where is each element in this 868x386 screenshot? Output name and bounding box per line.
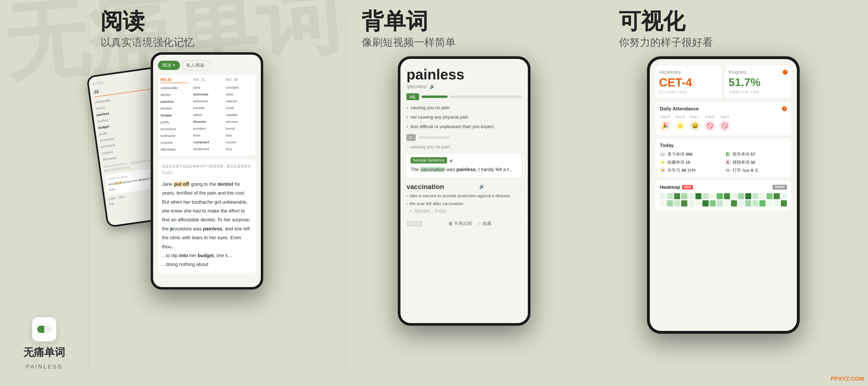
word-col-31: NO. 31 juicedominatewhenevertransferatta… (191, 75, 223, 156)
vocab-definitions-adj: • causing you no pain • not causing any … (406, 103, 522, 131)
today-item-collect: ⭐ 收藏单词 10 (660, 159, 722, 165)
sub-word-section: vaccination 🔊 › • take a vaccine to prov… (406, 180, 522, 214)
reading-phone-main: 阅读 ▼ 私人阅读 › NO.32 unbearabledentistpainl… (151, 52, 263, 290)
vocab-pos-n: n. (406, 134, 522, 141)
pos-strength-bar (422, 95, 448, 98)
progress-help-icon: ? (783, 70, 787, 75)
private-reading-btn[interactable]: 私人阅读 › (182, 60, 210, 70)
reading-title: 阅读 (100, 10, 194, 32)
day-aug6: Aug 6 🚫 (705, 115, 715, 131)
stats-phone-screen: Vocabulary › CET-4 共计 6,085 个单词 Progress… (650, 59, 797, 331)
reading-text-area: 阅读文章基于你的近期单词学习进度匹配，建议反复阅读强化记忆。 Jane put … (158, 160, 256, 273)
sample-text: The vaccination was painless, I hardly f… (410, 166, 518, 174)
today-item-remove: 🗑 移除单词 32 (725, 159, 787, 165)
today-title: Today (660, 143, 787, 148)
vocab-header: 背单词 像刷短视频一样简单 (362, 10, 456, 50)
pos-bar-empty (450, 95, 522, 98)
vocab-word: painless (406, 66, 522, 83)
vocab-pos: adj. (406, 93, 522, 100)
vocab-title: 背单词 (362, 10, 456, 32)
reading-phone-screen: 阅读 ▼ 私人阅读 › NO.32 unbearabledentistpainl… (153, 55, 261, 287)
brand-section: 无痛单词 PAINLESS (0, 0, 88, 386)
day-aug5: Aug 5 🚫 (719, 115, 730, 131)
reading-header: 阅读 以真实语境强化记忆 (100, 10, 194, 50)
vocab-subtitle: 像刷短视频一样简单 (362, 35, 456, 50)
heatmap-card: Heatmap NEW DEMO (655, 180, 791, 210)
today-grid: 📖 复习单词 306 📗 新学单词 57 ⭐ 收藏单词 10 (660, 151, 787, 173)
visual-title: 可视化 (619, 10, 713, 32)
app-icon-toggle (37, 326, 51, 333)
top-stats-row: Vocabulary › CET-4 共计 6,085 个单词 Progress… (655, 65, 791, 99)
daily-attendance-label: Daily Attendance (660, 106, 699, 112)
reading-subtitle: 以真实语境强化记忆 (100, 35, 194, 50)
progress-card: Progress ? 51.7% 已掌握 3,146 个单词 (725, 65, 791, 99)
today-card: Today 📖 复习单词 306 📗 新学单词 57 (655, 139, 791, 177)
heatmap-demo-badge: DEMO (773, 185, 787, 189)
sample-sentence-box: Sample Sentence 🔊 The vaccination was pa… (406, 154, 522, 177)
vocab-phonetic: /peɪnləs/ 🔊 (406, 83, 522, 90)
today-item-new: 📗 新学单词 57 (725, 151, 787, 157)
brand-name-english: PAINLESS (26, 363, 63, 370)
visual-header: 可视化 你努力的样子很好看 (619, 10, 713, 50)
today-item-study-time: 🤝 共学习 38 分钟 (660, 168, 722, 173)
reading-section: 阅读 以真实语境强化记忆 私人阅读 › .32 unbearable denti… (88, 0, 346, 386)
attendance-days: Aug 9 🎉 Aug 8 ⭐ Aug 7 😄 (660, 115, 787, 131)
more-options[interactable]: ··· (517, 220, 522, 227)
reading-nav: 阅读 ▼ 私人阅读 › (158, 60, 256, 70)
cet4-display: CET-4 (659, 76, 718, 89)
reading-btn[interactable]: 阅读 ▼ (158, 61, 180, 70)
visual-subtitle: 你努力的样子很好看 (619, 35, 713, 50)
app-icon (32, 317, 56, 342)
remove-btn[interactable]: 🗑 不再出现 (448, 220, 472, 227)
vocab-phone: painless /peɪnləs/ 🔊 adj. • causing you (398, 56, 530, 326)
today-item-open: № 打开 App 8 次 (725, 168, 787, 173)
brand-name-chinese: 无痛单词 (23, 346, 65, 359)
vocab-section: 背单词 像刷短视频一样简单 painless /peɪnləs/ 🔊 adj. (346, 0, 603, 386)
collect-btn[interactable]: ☆ 收藏 (477, 220, 492, 227)
daily-attendance-card: Daily Attendance ? Aug 9 🎉 Aug 8 ⭐ (655, 102, 791, 135)
day-aug9: Aug 9 🎉 (660, 115, 671, 131)
day-aug8: Aug 8 ⭐ (675, 115, 686, 131)
stats-screen-content: Vocabulary › CET-4 共计 6,085 个单词 Progress… (650, 59, 797, 331)
heatmap-new-badge: NEW (682, 185, 693, 189)
cet8-tag: CET-8 (406, 221, 422, 227)
attendance-help-icon: ? (782, 106, 787, 111)
heatmap-grid (660, 193, 787, 206)
stats-phone: Vocabulary › CET-4 共计 6,085 个单词 Progress… (647, 56, 800, 334)
reading-screen-content: 阅读 ▼ 私人阅读 › NO.32 unbearabledentistpainl… (153, 55, 261, 273)
cn-definition: n. 预防接种；牛痘疤 (406, 208, 522, 214)
progress-pct-display: 51.7% (728, 76, 787, 88)
bottom-actions: CET-8 🗑 不再出现 ☆ 收藏 ··· (406, 217, 522, 227)
vocab-phone-screen: painless /peɪnləs/ 🔊 adj. • causing you (400, 59, 528, 323)
pp-watermark: PPXYZ.COM (831, 376, 864, 382)
brand-logo: 无痛单词 PAINLESS (23, 317, 65, 370)
word-col-30: NO. 30 constantclinicveteransmellcapable… (223, 75, 256, 156)
visual-section: 可视化 你努力的样子很好看 Vocabulary › CET-4 共计 6,08… (603, 0, 868, 386)
word-columns: NO.32 unbearabledentistpainlessterrified… (158, 75, 256, 156)
vocab-screen-content: painless /peɪnləs/ 🔊 adj. • causing you (400, 59, 528, 231)
word-col-32: NO.32 unbearabledentistpainlessterrified… (158, 75, 191, 156)
day-aug7: Aug 7 😄 (689, 115, 701, 131)
vocab-card: Vocabulary › CET-4 共计 6,085 个单词 (655, 65, 722, 99)
today-item-review: 📖 复习单词 306 (660, 151, 722, 157)
